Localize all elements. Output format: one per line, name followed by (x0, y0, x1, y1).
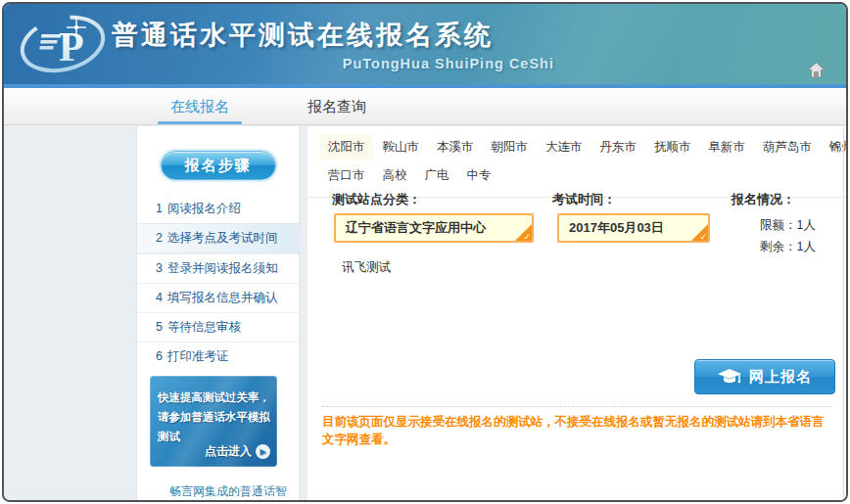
divider (322, 406, 831, 407)
graduation-cap-icon (718, 369, 741, 386)
page-subtitle: PuTongHua ShuiPing CeShi (112, 56, 554, 71)
banner-line1: 快速提高测试过关率， (158, 388, 270, 407)
step-label: 等待信息审核 (167, 320, 241, 334)
mock-test-banner[interactable]: 快速提高测试过关率， 请参加普通话水平模拟测试 点击进入 ▶ (150, 376, 277, 467)
chevron-up-icon[interactable]: ∧ (828, 140, 840, 151)
step-fill-info-confirm[interactable]: 4填写报名信息并确认 (137, 283, 299, 312)
city-tab[interactable]: 抚顺市 (646, 134, 699, 160)
tab-online-registration[interactable]: 在线报名 (156, 88, 244, 124)
city-tab-shenyang[interactable]: 沈阳市 (320, 134, 373, 160)
city-tabs-row1: 沈阳市 鞍山市 本溪市 朝阳市 大连市 丹东市 抚顺市 阜新市 葫芦岛市 锦州市… (320, 134, 823, 160)
main-panel: 沈阳市 鞍山市 本溪市 朝阳市 大连市 丹东市 抚顺市 阜新市 葫芦岛市 锦州市… (307, 126, 846, 500)
tab-registration-query[interactable]: 报名查询 (293, 88, 381, 124)
online-register-button[interactable]: 网上报名 (694, 359, 835, 394)
city-tab[interactable]: 丹东市 (592, 134, 645, 160)
city-tabs: 沈阳市 鞍山市 本溪市 朝阳市 大连市 丹东市 抚顺市 阜新市 葫芦岛市 锦州市… (307, 126, 846, 198)
app-logo-icon: P (16, 10, 110, 78)
sidebar-description: 畅言网集成的普通话智能评测技术已经成功运用于上海、安徽等多个省市的普通话水平 (146, 479, 292, 502)
page-title: 普通话水平测试在线报名系统 (112, 18, 554, 53)
quota-remaining: 剩余：1人 (760, 239, 816, 255)
play-icon: ▶ (256, 444, 270, 459)
header: P 普通话水平测试在线报名系统 PuTongHua ShuiPing CeShi (4, 4, 846, 84)
city-tab-broadcast[interactable]: 广电 (417, 162, 457, 189)
quota-limit: 限额：1人 (760, 217, 816, 234)
step-print-ticket[interactable]: 6打印准考证 (137, 342, 299, 371)
banner-line2: 请参加普通话水平模拟测试 (158, 407, 270, 446)
registration-status-label: 报名情况： (732, 191, 795, 208)
step-number: 3 (156, 261, 163, 275)
city-tab[interactable]: 朝阳市 (484, 134, 537, 160)
city-tab[interactable]: 鞍山市 (375, 134, 428, 160)
step-read-intro[interactable]: 1阅读报名介绍 (137, 195, 299, 223)
station-category-label: 测试站点分类： (332, 191, 421, 208)
step-number: 2 (156, 231, 163, 245)
selection-form: 测试站点分类： 辽宁省语言文字应用中心 ✓ 讯飞测试 考试时间： 2017年05… (307, 191, 846, 347)
svg-text:P: P (59, 24, 84, 69)
banner-cta[interactable]: 点击进入 ▶ (205, 443, 270, 460)
city-tab-secondary[interactable]: 中专 (459, 162, 499, 189)
step-label: 登录并阅读报名须知 (167, 261, 278, 275)
page-notice: 目前该页面仅显示接受在线报名的测试站，不接受在线报名或暂无报名的测试站请到本省语… (322, 413, 834, 448)
station-selected-text: 辽宁省语言文字应用中心 (346, 220, 486, 235)
step-login-read-notice[interactable]: 3登录并阅读报名须知 (137, 253, 299, 283)
step-label: 阅读报名介绍 (167, 202, 241, 215)
step-label: 选择考点及考试时间 (167, 231, 278, 245)
step-label: 填写报名信息并确认 (167, 291, 278, 304)
step-number: 5 (156, 320, 163, 334)
check-icon: ✓ (699, 233, 707, 242)
step-label: 打印准考证 (167, 349, 229, 363)
step-wait-review[interactable]: 5等待信息审核 (137, 312, 299, 342)
register-button-label: 网上报名 (749, 368, 812, 387)
home-icon[interactable] (808, 63, 825, 78)
app-window: P 普通话水平测试在线报名系统 PuTongHua ShuiPing CeShi… (2, 2, 848, 502)
sidebar: 报名步骤 1阅读报名介绍 2选择考点及考试时间 3登录并阅读报名须知 4填写报名… (136, 126, 300, 500)
city-tab[interactable]: 葫芦岛市 (755, 134, 820, 160)
exam-date-text: 2017年05月03日 (569, 220, 664, 235)
title-block: 普通话水平测试在线报名系统 PuTongHua ShuiPing CeShi (112, 18, 554, 71)
exam-date-selected-option[interactable]: 2017年05月03日 ✓ (557, 213, 710, 243)
steps-header-button[interactable]: 报名步骤 (161, 151, 276, 180)
exam-time-label: 考试时间： (552, 191, 616, 208)
station-option-xunfei[interactable]: 讯飞测试 (342, 259, 391, 276)
content-area: 报名步骤 1阅读报名介绍 2选择考点及考试时间 3登录并阅读报名须知 4填写报名… (4, 126, 846, 500)
banner-cta-label: 点击进入 (205, 443, 252, 460)
steps-list: 1阅读报名介绍 2选择考点及考试时间 3登录并阅读报名须知 4填写报名信息并确认… (137, 195, 299, 371)
station-selected-option[interactable]: 辽宁省语言文字应用中心 ✓ (334, 213, 534, 243)
banner-text: 快速提高测试过关率， 请参加普通话水平模拟测试 (150, 376, 277, 446)
city-tab[interactable]: 阜新市 (701, 134, 754, 160)
city-tab[interactable]: 本溪市 (429, 134, 482, 160)
check-icon: ✓ (523, 233, 531, 242)
city-tab-colleges[interactable]: 高校 (375, 162, 415, 189)
city-tab[interactable]: 大连市 (538, 134, 590, 160)
step-number: 6 (156, 349, 163, 363)
city-tab[interactable]: 营口市 (320, 162, 373, 189)
main-nav: 在线报名 报名查询 (4, 88, 846, 125)
step-choose-site-time[interactable]: 2选择考点及考试时间 (137, 223, 299, 253)
step-number: 4 (156, 291, 163, 304)
step-number: 1 (156, 202, 163, 215)
